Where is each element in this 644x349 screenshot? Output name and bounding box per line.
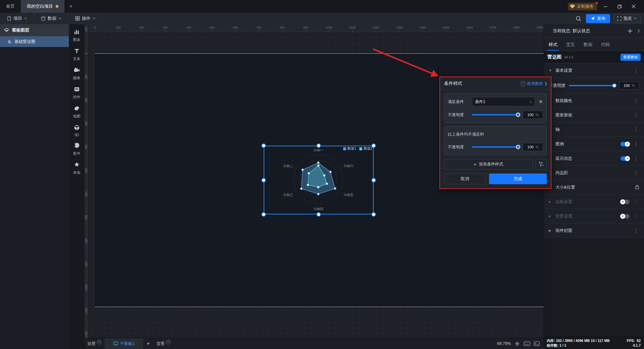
- layer-item-radar[interactable]: 基础雷达图: [0, 36, 69, 47]
- strip-item-widget[interactable]: 控件: [73, 86, 80, 100]
- radar-chart-component[interactable]: 示例一示例六示例五示例四示例三示例二 数值1数值2: [264, 146, 374, 214]
- preview-label: 预览: [624, 16, 632, 21]
- selection-handle[interactable]: [372, 144, 376, 148]
- menu-project[interactable]: 项目: [0, 13, 34, 24]
- slider-knob[interactable]: [516, 113, 520, 117]
- selection-handle[interactable]: [317, 212, 321, 217]
- kebab-menu-icon[interactable]: ⋮: [633, 170, 639, 176]
- section-size-position[interactable]: ▶大小&位置: [544, 180, 644, 195]
- tutorial-link[interactable]: ? 使用教程: [521, 81, 543, 87]
- panel-opacity-value-box[interactable]: 100%: [619, 82, 639, 90]
- toggle-legend[interactable]: [621, 142, 630, 146]
- kebab-menu-icon[interactable]: ⋮: [633, 141, 639, 147]
- menu-data[interactable]: 数据: [34, 13, 68, 24]
- filter-condition-button[interactable]: [535, 159, 547, 169]
- tab-代码[interactable]: 代码: [601, 42, 610, 51]
- confirm-button[interactable]: 完成: [489, 173, 547, 184]
- add-condition-button[interactable]: + 添加条件样式: [444, 159, 533, 169]
- foreground-add-icon[interactable]: +: [97, 340, 101, 344]
- slider-knob[interactable]: [516, 145, 520, 149]
- legend-item-数值2[interactable]: 数值2: [359, 146, 372, 151]
- cancel-button[interactable]: 取消: [444, 173, 486, 184]
- shortcut-keyboard-button[interactable]: [524, 341, 530, 346]
- preview-button[interactable]: 预览: [613, 14, 641, 23]
- selection-handle[interactable]: [262, 144, 266, 148]
- custom-service-badge[interactable]: 定制服务: [568, 3, 597, 10]
- selection-handle[interactable]: [262, 212, 266, 217]
- tab-数据[interactable]: 数据: [584, 42, 592, 51]
- tab-project[interactable]: 我的空白项目: [21, 0, 64, 13]
- publish-button[interactable]: 发布: [586, 14, 610, 23]
- opacity-slider[interactable]: [472, 114, 520, 115]
- tab-交互[interactable]: 交互: [566, 42, 575, 51]
- strip-item-label: 套件: [73, 151, 80, 156]
- strip-item-local[interactable]: 本地: [73, 162, 80, 175]
- section-basic-settings[interactable]: ▼基本设置⋮: [544, 63, 644, 78]
- add-board-button[interactable]: +: [143, 338, 153, 349]
- tab-样式[interactable]: 样式: [549, 42, 557, 51]
- panel-opacity-slider[interactable]: [569, 85, 616, 86]
- section-padding[interactable]: ▶内边距⋮: [544, 166, 644, 180]
- chevron-right-icon[interactable]: [637, 29, 640, 33]
- subboard-tab[interactable]: 子看板1: [105, 338, 143, 349]
- toggle-border-settings[interactable]: [621, 200, 630, 204]
- kebab-menu-icon[interactable]: ⋮: [633, 228, 639, 234]
- section-data-color[interactable]: ▶数据颜色⋮: [544, 94, 644, 108]
- dialog-expand-chevron[interactable]: ❯: [544, 82, 547, 86]
- kebab-menu-icon[interactable]: ⋮: [633, 127, 639, 133]
- strip-item-chart[interactable]: 图表: [73, 29, 80, 42]
- close-button[interactable]: [628, 2, 639, 11]
- selection-handle[interactable]: [372, 212, 376, 217]
- kebab-menu-icon[interactable]: ⋮: [633, 67, 639, 73]
- background-add-icon[interactable]: +: [166, 340, 170, 344]
- section-shape[interactable]: ▶图形形状⋮: [544, 108, 644, 122]
- foreground-button[interactable]: 前景 +: [84, 338, 105, 349]
- section-label: 边框设置: [555, 199, 572, 205]
- legend-item-数值1[interactable]: 数值1: [343, 146, 356, 151]
- kebab-menu-icon[interactable]: ⋮: [633, 98, 639, 104]
- strip-item-media[interactable]: 媒体: [73, 67, 80, 81]
- expand-arrow-icon[interactable]: ▶: [549, 214, 552, 218]
- remove-condition-icon[interactable]: ✕: [538, 99, 543, 104]
- section-tooltip[interactable]: ▶提示信息⋮: [544, 151, 644, 166]
- strip-item-map[interactable]: 地图: [73, 105, 80, 119]
- expand-arrow-icon[interactable]: ▶: [549, 200, 552, 203]
- strip-item-kit[interactable]: 套件: [73, 143, 80, 156]
- toggle-background-settings[interactable]: [621, 214, 630, 218]
- section-background-settings[interactable]: ▶背景设置⋮: [544, 209, 644, 223]
- section-legend[interactable]: ▶图例⋮: [544, 137, 644, 151]
- kebab-menu-icon[interactable]: ⋮: [633, 199, 639, 205]
- background-button[interactable]: 背景 +: [153, 338, 174, 349]
- ruler-label: 500: [85, 165, 88, 176]
- strip-item-text[interactable]: 文本: [73, 48, 80, 61]
- expand-arrow-icon[interactable]: ▶: [549, 229, 552, 232]
- selection-handle[interactable]: [372, 178, 376, 182]
- kebab-menu-icon[interactable]: ⋮: [633, 213, 639, 219]
- fit-screen-button[interactable]: [514, 341, 520, 346]
- fallback-opacity-value-box[interactable]: 100%: [523, 143, 543, 151]
- section-axis[interactable]: ▶轴⋮: [544, 122, 644, 137]
- minimize-button[interactable]: [600, 2, 611, 11]
- lock-icon[interactable]: [635, 185, 639, 190]
- view-tutorial-button[interactable]: 查看教程: [621, 54, 641, 61]
- new-tab-button[interactable]: +: [64, 0, 77, 13]
- tab-home[interactable]: 首页: [0, 0, 21, 13]
- opacity-value-box[interactable]: 100%: [523, 111, 543, 119]
- kebab-menu-icon[interactable]: ⋮: [633, 112, 639, 118]
- add-state-icon[interactable]: [628, 29, 633, 34]
- strip-item-cube[interactable]: 3D: [74, 124, 80, 137]
- search-button[interactable]: [574, 14, 583, 23]
- section-border-settings[interactable]: ▶边框设置⋮: [544, 195, 644, 209]
- fallback-opacity-slider[interactable]: [472, 146, 520, 148]
- console-button[interactable]: [534, 341, 540, 346]
- toggle-tooltip[interactable]: [621, 156, 630, 161]
- section-component-cover[interactable]: ▶组件封面⋮: [544, 223, 644, 238]
- condition-select[interactable]: 条件1 ∨: [472, 97, 535, 106]
- slider-knob[interactable]: [612, 84, 616, 88]
- selection-handle[interactable]: [262, 178, 266, 182]
- collapse-arrow-icon[interactable]: ▼: [549, 69, 552, 72]
- selection-handle[interactable]: [317, 144, 321, 148]
- restore-button[interactable]: [614, 2, 625, 11]
- menu-operations[interactable]: 操作: [68, 13, 103, 24]
- kebab-menu-icon[interactable]: ⋮: [633, 155, 639, 161]
